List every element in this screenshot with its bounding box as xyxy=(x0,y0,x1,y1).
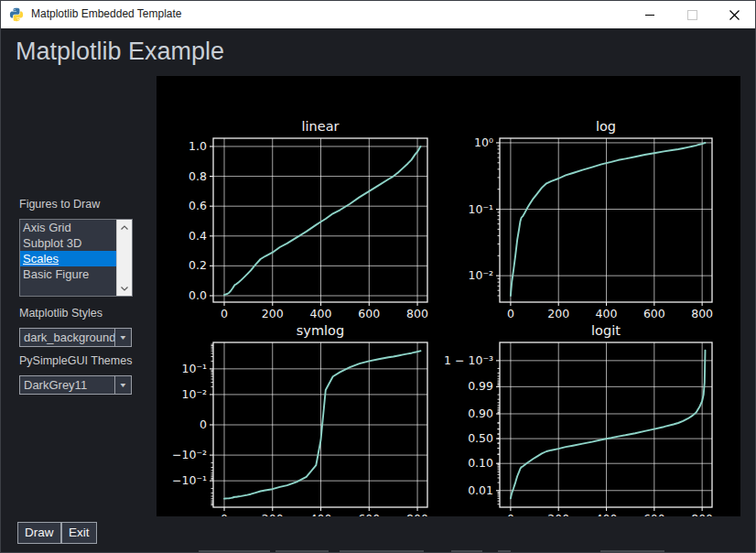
svg-text:0.8: 0.8 xyxy=(189,169,207,183)
svg-text:400: 400 xyxy=(596,512,618,516)
svg-text:linear: linear xyxy=(301,119,339,134)
svg-text:0.99: 0.99 xyxy=(468,379,493,393)
svg-text:600: 600 xyxy=(358,512,380,516)
scrollbar-down-button[interactable] xyxy=(117,282,132,295)
svg-text:0.10: 0.10 xyxy=(468,456,493,470)
svg-text:0.90: 0.90 xyxy=(468,407,493,420)
svg-text:400: 400 xyxy=(596,307,618,320)
page-title: Matplotlib Example xyxy=(16,38,224,66)
svg-text:400: 400 xyxy=(310,512,332,516)
themes-combo-value: DarkGrey11 xyxy=(20,376,114,394)
minimize-button[interactable] xyxy=(629,1,671,28)
svg-text:0.6: 0.6 xyxy=(189,199,207,212)
styles-combo-button[interactable]: ▼ xyxy=(114,329,131,346)
figure-canvas: 02004006008000.00.20.40.60.81.0linear020… xyxy=(157,76,740,516)
combo-arrow-down-icon: ▼ xyxy=(119,334,128,341)
styles-combo[interactable]: dark_background ▼ xyxy=(19,328,132,347)
themes-combo[interactable]: DarkGrey11 ▼ xyxy=(19,375,132,395)
svg-text:logit: logit xyxy=(591,323,621,338)
themes-combo-label: PySimpleGUI Themes xyxy=(19,354,132,367)
svg-text:0: 0 xyxy=(507,512,514,516)
main-content: Matplotlib Example Figures to Draw Axis … xyxy=(1,28,755,553)
listbox-scrollbar[interactable] xyxy=(116,220,132,296)
svg-text:600: 600 xyxy=(358,307,380,320)
listbox-item-basic-figure[interactable]: Basic Figure xyxy=(20,266,116,282)
app-window: Matplotlib Embedded Template Matplotlib … xyxy=(0,0,756,553)
svg-text:1 − 10⁻³: 1 − 10⁻³ xyxy=(444,353,493,367)
svg-text:600: 600 xyxy=(643,307,665,320)
svg-text:0.4: 0.4 xyxy=(189,229,207,243)
svg-text:0: 0 xyxy=(221,307,228,320)
svg-text:200: 200 xyxy=(262,307,284,320)
svg-text:400: 400 xyxy=(310,307,332,320)
maximize-icon xyxy=(687,10,697,20)
maximize-button[interactable] xyxy=(671,1,713,28)
svg-text:log: log xyxy=(596,119,616,134)
themes-combo-button[interactable]: ▼ xyxy=(114,376,131,394)
chevron-down-icon xyxy=(121,287,128,291)
svg-text:0.0: 0.0 xyxy=(189,288,207,302)
svg-text:0: 0 xyxy=(507,307,514,320)
svg-text:symlog: symlog xyxy=(297,323,344,338)
styles-combo-label: Matplotlib Styles xyxy=(19,307,103,320)
svg-text:0.2: 0.2 xyxy=(189,258,207,272)
draw-button[interactable]: Draw xyxy=(17,522,61,544)
svg-text:200: 200 xyxy=(262,512,284,516)
titlebar[interactable]: Matplotlib Embedded Template xyxy=(1,1,755,28)
svg-text:600: 600 xyxy=(643,512,665,516)
scrollbar-up-button[interactable] xyxy=(117,221,132,233)
figures-listbox[interactable]: Axis GridSubplot 3DScalesBasic Figure xyxy=(20,220,116,296)
svg-text:10⁻²: 10⁻² xyxy=(468,268,493,282)
close-icon xyxy=(729,10,740,20)
exit-button[interactable]: Exit xyxy=(61,522,97,544)
matplotlib-figure: 02004006008000.00.20.40.60.81.0linear020… xyxy=(157,76,740,516)
figures-listbox-label: Figures to Draw xyxy=(19,198,100,211)
window-controls xyxy=(629,1,755,28)
svg-text:800: 800 xyxy=(691,307,713,320)
python-icon xyxy=(9,7,24,22)
chevron-up-icon xyxy=(121,225,128,230)
svg-text:10⁻¹: 10⁻¹ xyxy=(468,202,493,216)
svg-text:0.01: 0.01 xyxy=(468,483,493,497)
svg-text:200: 200 xyxy=(547,512,569,516)
svg-text:800: 800 xyxy=(406,307,428,320)
svg-text:10⁻²: 10⁻² xyxy=(181,387,207,401)
listbox-item-subplot-3d[interactable]: Subplot 3D xyxy=(20,235,116,251)
svg-text:−10⁻²: −10⁻² xyxy=(172,448,207,461)
svg-text:0.50: 0.50 xyxy=(468,431,493,445)
listbox-item-axis-grid[interactable]: Axis Grid xyxy=(20,220,116,235)
combo-arrow-down-icon: ▼ xyxy=(119,382,128,388)
svg-text:200: 200 xyxy=(547,307,569,320)
listbox-item-scales[interactable]: Scales xyxy=(20,251,116,266)
minimize-icon xyxy=(645,15,654,16)
figures-listbox-frame: Axis GridSubplot 3DScalesBasic Figure xyxy=(19,219,133,297)
svg-text:10⁻¹: 10⁻¹ xyxy=(181,362,207,375)
svg-text:10⁰: 10⁰ xyxy=(474,136,493,149)
svg-text:0: 0 xyxy=(200,417,207,431)
svg-text:0: 0 xyxy=(221,512,228,516)
svg-text:800: 800 xyxy=(406,512,428,516)
svg-text:−10⁻¹: −10⁻¹ xyxy=(172,473,207,487)
close-button[interactable] xyxy=(713,1,755,28)
svg-text:800: 800 xyxy=(691,512,713,516)
svg-text:1.0: 1.0 xyxy=(189,139,207,153)
styles-combo-value: dark_background xyxy=(20,329,114,346)
window-title: Matplotlib Embedded Template xyxy=(31,7,182,20)
